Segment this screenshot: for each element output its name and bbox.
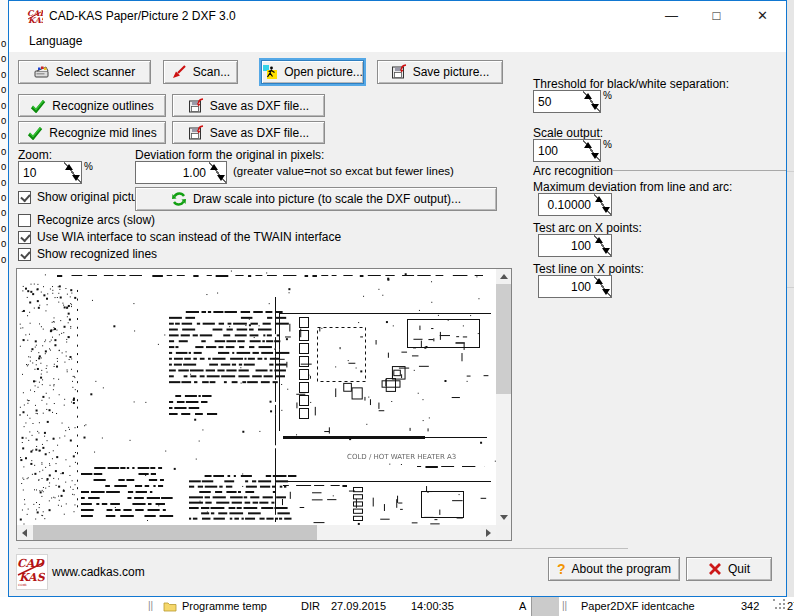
minimize-icon: — (665, 8, 678, 23)
resize-grip[interactable] (773, 599, 787, 611)
file-row-left-time: 14:00:35 (411, 600, 454, 612)
window-title: CAD-KAS Paper/Picture 2 DXF 3.0 (49, 9, 236, 23)
zoom-label: Zoom: (18, 148, 52, 162)
panel-separator: || (562, 600, 567, 611)
background-file-manager: || Programme temp DIR 27.09.2015 14:00:3… (0, 597, 794, 616)
zoom-unit: % (84, 161, 93, 172)
recognize-midlines-label: Recognize mid lines (49, 126, 156, 140)
zoom-spinner[interactable] (64, 162, 81, 183)
recognize-arcs-checkbox[interactable]: Recognize arcs (slow) (18, 213, 155, 227)
recognize-midlines-button[interactable]: Recognize mid lines (18, 121, 166, 144)
save-dxf-outlines-button[interactable]: Save as DXF file... (172, 94, 325, 117)
spin-up-icon (584, 93, 592, 99)
about-button[interactable]: ? About the program (548, 557, 680, 581)
save-dxf-outlines-label: Save as DXF file... (210, 99, 309, 113)
cadkas-logo: CAD KAS com (16, 554, 48, 590)
refresh-icon (171, 191, 187, 207)
max-deviation-spinner[interactable] (594, 194, 611, 215)
wia-interface-label: Use WIA interface to scan instead of the… (37, 230, 341, 244)
test-line-spinedit (538, 275, 612, 298)
draw-scale-button[interactable]: Draw scale into picture (to scale the DX… (135, 187, 497, 211)
recognize-arcs-label: Recognize arcs (slow) (37, 213, 155, 227)
test-line-spinner[interactable] (594, 276, 611, 297)
spin-up-icon (595, 237, 603, 243)
website-text: www.cadkas.com (52, 565, 145, 579)
scale-output-spinedit (533, 139, 601, 162)
show-original-label: Show original picture (37, 190, 148, 204)
spin-down-icon (602, 248, 610, 254)
test-arc-label: Test arc on X points: (533, 221, 642, 235)
recognize-outlines-button[interactable]: Recognize outlines (18, 94, 166, 117)
svg-text:com: com (18, 582, 27, 587)
quit-button[interactable]: Quit (686, 557, 772, 581)
scanner-icon (34, 64, 50, 80)
open-picture-label: Open picture... (284, 65, 363, 79)
scale-output-spinner[interactable] (583, 140, 600, 161)
spin-down-icon (72, 175, 80, 181)
scroll-right-button[interactable] (481, 525, 496, 540)
spin-up-icon (65, 164, 73, 170)
arrow-up-icon (500, 274, 508, 279)
background-right-app (787, 0, 794, 597)
menu-bar: Language (9, 30, 786, 52)
spin-down-icon (591, 153, 599, 159)
show-recognized-checkbox[interactable]: Show recognized lines (18, 247, 157, 261)
spin-down-icon (591, 104, 599, 110)
divider (787, 171, 794, 172)
scan-arrow-icon (171, 64, 187, 80)
scrollbar-fragment (531, 597, 559, 616)
threshold-spinedit (533, 90, 601, 113)
panel-separator: || (148, 600, 153, 611)
scan-label: Scan... (193, 65, 230, 79)
file-row-left-flag: A (519, 600, 526, 612)
select-scanner-button[interactable]: Select scanner (18, 60, 151, 84)
save-picture-button[interactable]: Save picture... (377, 60, 503, 84)
check-icon (30, 99, 46, 113)
arc-group-border (612, 170, 786, 171)
checkbox-box (18, 248, 31, 261)
menu-language[interactable]: Language (25, 33, 86, 49)
scroll-left-button[interactable] (17, 525, 32, 540)
arrow-left-icon (22, 529, 27, 537)
save-icon (391, 64, 407, 80)
hscroll-thumb[interactable] (33, 525, 317, 540)
spin-up-icon (210, 164, 218, 170)
show-original-checkbox[interactable]: Show original picture (18, 190, 148, 204)
save-dxf-midlines-label: Save as DXF file... (210, 126, 309, 140)
check-icon (27, 126, 43, 140)
scan-button[interactable]: Scan... (163, 60, 238, 84)
show-recognized-label: Show recognized lines (37, 247, 157, 261)
test-arc-spinner[interactable] (594, 235, 611, 256)
close-button[interactable]: ✕ (739, 1, 786, 30)
file-row-left-date: 27.09.2015 (331, 600, 386, 612)
minimize-button[interactable]: — (649, 1, 694, 30)
deviation-label: Deviation form the original in pixels: (135, 148, 324, 162)
threshold-spinner[interactable] (583, 91, 600, 112)
scroll-corner (496, 525, 511, 540)
file-row-left-attr: DIR (301, 600, 320, 612)
deviation-spinner[interactable] (209, 162, 226, 183)
save-dxf-midlines-button[interactable]: Save as DXF file... (172, 121, 325, 144)
deviation-note: (greater value=not so excat but fewer li… (233, 165, 454, 177)
spin-up-icon (595, 196, 603, 202)
test-line-label: Test line on X points: (533, 262, 644, 276)
scroll-up-button[interactable] (496, 269, 511, 284)
threshold-unit: % (603, 90, 612, 101)
vscroll-thumb[interactable] (496, 284, 511, 394)
wia-interface-checkbox[interactable]: Use WIA interface to scan instead of the… (18, 230, 341, 244)
scale-output-unit: % (603, 139, 612, 150)
deviation-spinedit (135, 161, 227, 184)
open-picture-icon (262, 64, 278, 80)
background-number-column: 0 0 0 0 0 0 0 0 0 0 0 0 0 0 0 (1, 36, 6, 267)
maximize-icon: □ (713, 8, 721, 23)
spin-down-icon (602, 207, 610, 213)
preview-vscrollbar[interactable] (496, 269, 511, 525)
arc-group-title: Arc recognition (533, 164, 613, 178)
file-row-right-name[interactable]: Paper2DXF identcache (581, 600, 695, 612)
preview-hscrollbar[interactable] (17, 525, 496, 540)
preview-image (17, 269, 496, 525)
maximize-button[interactable]: □ (694, 1, 739, 30)
file-row-left-name[interactable]: Programme temp (182, 600, 267, 612)
scroll-down-button[interactable] (496, 510, 511, 525)
open-picture-button[interactable]: Open picture... (261, 60, 364, 84)
